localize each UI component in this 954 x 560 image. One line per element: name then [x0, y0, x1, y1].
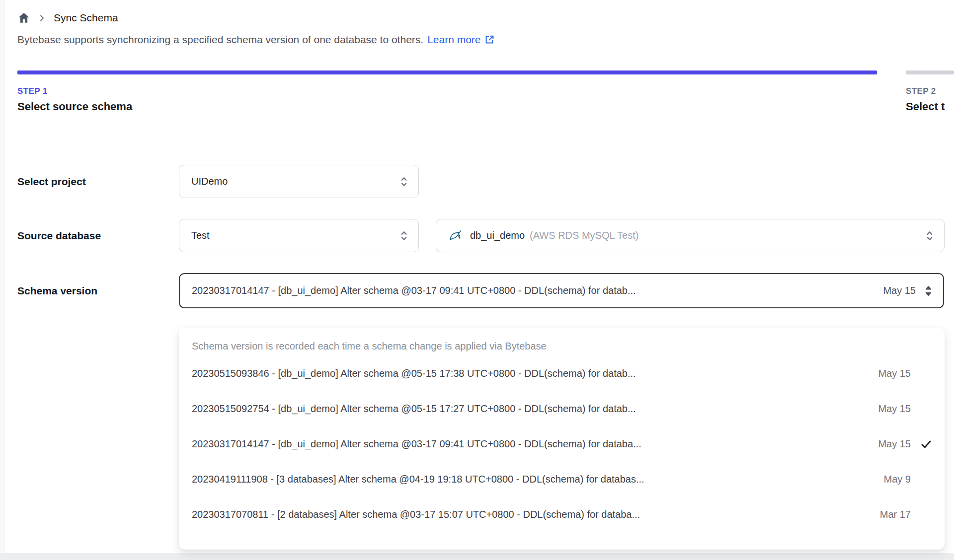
learn-more-label: Learn more: [427, 34, 480, 46]
source-schema-form: Select project UIDemo Source database Te…: [17, 165, 954, 308]
step-1-progress-bar: [17, 70, 877, 74]
environment-select[interactable]: Test: [179, 219, 419, 252]
version-option-text: 20230419111908 - [3 databases] Alter sch…: [192, 474, 875, 485]
chevron-updown-icon: [923, 284, 934, 298]
version-option-date: Mar 17: [880, 509, 911, 520]
chevron-updown-icon: [398, 229, 409, 243]
checkmark-icon: [918, 438, 933, 451]
step-2: STEP 2 Select t: [906, 70, 954, 113]
chevron-updown-icon: [924, 229, 935, 243]
page-title: Sync Schema: [54, 12, 118, 24]
step-2-label: STEP 2: [906, 86, 954, 96]
schema-version-dropdown: Schema version is recorded each time a s…: [179, 328, 945, 550]
version-option[interactable]: 20230419111908 - [3 databases] Alter sch…: [179, 462, 945, 497]
step-1: STEP 1 Select source schema: [17, 70, 877, 113]
schema-version-select[interactable]: 20230317014147 - [db_ui_demo] Alter sche…: [179, 273, 944, 308]
select-project-label: Select project: [17, 176, 179, 188]
schema-version-label: Schema version: [17, 285, 179, 297]
description-text: Bytebase supports synchronizing a specif…: [17, 34, 423, 46]
version-option-text: 20230317070811 - [2 databases] Alter sch…: [192, 509, 871, 520]
source-database-row: Source database Test db_ui_demo (AWS RDS…: [17, 219, 954, 252]
chevron-updown-icon: [398, 175, 409, 189]
step-1-label: STEP 1: [17, 86, 877, 96]
step-1-title: Select source schema: [17, 100, 877, 113]
step-2-progress-bar: [906, 70, 954, 74]
page-bottom-edge: [0, 553, 954, 560]
project-select[interactable]: UIDemo: [179, 165, 419, 198]
version-option[interactable]: 20230515092754 - [db_ui_demo] Alter sche…: [179, 391, 945, 426]
select-project-row: Select project UIDemo: [17, 165, 954, 198]
source-database-label: Source database: [17, 230, 179, 242]
home-icon[interactable]: [17, 11, 30, 24]
version-option[interactable]: 20230317014147 - [db_ui_demo] Alter sche…: [179, 426, 945, 462]
version-option[interactable]: 20230515093846 - [db_ui_demo] Alter sche…: [179, 356, 945, 391]
step-indicator: STEP 1 Select source schema STEP 2 Selec…: [17, 70, 954, 113]
version-option-text: 20230515093846 - [db_ui_demo] Alter sche…: [192, 368, 869, 379]
version-option-date: May 15: [878, 438, 911, 450]
database-select[interactable]: db_ui_demo (AWS RDS MySQL Test): [436, 219, 945, 252]
chevron-right-icon: [38, 14, 46, 22]
version-option-text: 20230515092754 - [db_ui_demo] Alter sche…: [192, 403, 869, 415]
version-option-date: May 15: [878, 368, 911, 379]
version-option[interactable]: 20230317070811 - [2 databases] Alter sch…: [179, 497, 945, 532]
sync-schema-page: Sync Schema Bytebase supports synchroniz…: [17, 0, 954, 329]
dropdown-header: Schema version is recorded each time a s…: [179, 334, 945, 356]
breadcrumb: Sync Schema: [17, 10, 954, 26]
version-option-text: 20230317014147 - [db_ui_demo] Alter sche…: [192, 438, 869, 450]
version-option-date: May 9: [884, 474, 911, 485]
step-2-title: Select t: [906, 100, 954, 113]
project-select-value: UIDemo: [191, 176, 392, 187]
database-select-value: db_ui_demo: [470, 230, 525, 241]
environment-select-value: Test: [191, 230, 392, 241]
version-option-date: May 15: [878, 403, 911, 415]
external-link-icon: [484, 34, 495, 45]
schema-version-row: Schema version 20230317014147 - [db_ui_d…: [17, 273, 954, 308]
page-description: Bytebase supports synchronizing a specif…: [17, 34, 954, 46]
mysql-icon: [448, 228, 463, 243]
sidebar-edge: [0, 0, 4, 560]
schema-version-select-value: 20230317014147 - [db_ui_demo] Alter sche…: [192, 285, 875, 296]
learn-more-link[interactable]: Learn more: [427, 34, 494, 46]
schema-version-select-date: May 15: [883, 285, 916, 296]
database-select-detail: (AWS RDS MySQL Test): [530, 230, 917, 241]
